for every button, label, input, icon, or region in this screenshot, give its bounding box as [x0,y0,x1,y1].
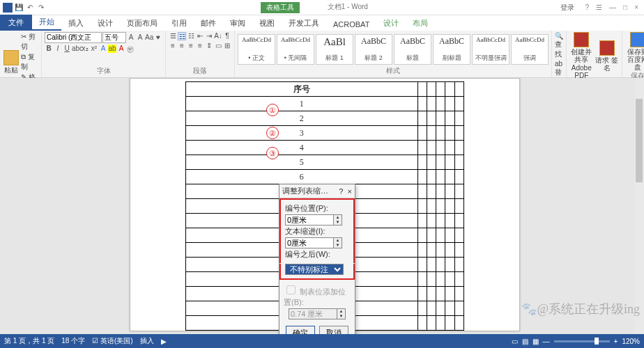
page-count[interactable]: 第 1 页，共 1 页 [4,336,54,346]
table-cell[interactable] [445,301,454,316]
styles-gallery[interactable]: AaBbCcDd• 正文AaBbCcDd• 无间隔AaBl标题 1AaBbC标题… [238,34,549,65]
table-cell[interactable] [454,111,463,126]
table-cell[interactable] [417,316,427,331]
align-center-icon[interactable]: ≡ [178,42,186,50]
find-button[interactable]: 🔍 查找 [555,32,563,59]
font-size-select[interactable] [102,32,126,43]
table-cell[interactable] [417,199,427,214]
highlight-icon[interactable]: ab [108,45,116,53]
table-cell[interactable] [417,228,427,243]
multilevel-icon[interactable]: ☷ [187,32,195,40]
shrink-font-icon[interactable]: A [136,33,144,42]
table-cell[interactable] [445,184,454,199]
table-cell[interactable] [417,287,427,301]
style-card[interactable]: AaBbCcDd不明显强调 [472,34,509,65]
table-cell[interactable] [427,170,436,184]
document-area[interactable]: 序号12345678910111213141516 ① ② ③ 调整列表缩… ?… [0,78,644,334]
tab-view[interactable]: 视图 [252,16,282,31]
justify-icon[interactable]: ≡ [196,42,204,50]
view-web-icon[interactable]: ▦ [532,338,539,345]
cut-button[interactable]: ✂ 剪切 [21,32,38,52]
table-cell[interactable] [436,258,445,272]
table-cell[interactable] [427,141,436,155]
table-cell[interactable] [445,199,454,214]
table-cell[interactable] [417,111,427,126]
spin-up-icon[interactable]: ▲ [334,215,342,220]
align-right-icon[interactable]: ≡ [187,42,195,50]
tab-layout[interactable]: 页面布局 [120,16,164,31]
table-cell[interactable] [436,126,445,141]
style-card[interactable]: AaBbC副标题 [433,34,470,65]
close-icon[interactable]: × [634,3,638,11]
table-cell[interactable] [427,199,436,214]
tab-review[interactable]: 审阅 [223,16,252,31]
enclose-icon[interactable]: ㊥ [126,45,135,53]
table-cell[interactable]: 1 [186,97,418,111]
show-marks-icon[interactable]: ¶ [223,32,231,40]
table-cell[interactable]: 2 [186,111,418,126]
bold-icon[interactable]: B [45,45,53,53]
borders-icon[interactable]: ⊞ [223,42,231,50]
table-cell[interactable] [417,272,427,287]
tab-developer[interactable]: 开发工具 [282,16,326,31]
macro-icon[interactable]: ▶ [161,338,167,345]
table-cell[interactable] [454,141,463,155]
table-cell[interactable] [445,126,454,141]
table-cell[interactable] [445,214,454,228]
insert-mode[interactable]: 插入 [140,336,154,346]
number-position-input[interactable] [285,214,334,226]
spin-down-icon[interactable]: ▼ [334,243,342,248]
table-cell[interactable] [427,272,436,287]
table-cell[interactable] [436,214,445,228]
table-cell[interactable] [436,111,445,126]
dialog-help-icon[interactable]: ? [339,187,343,196]
table-cell[interactable] [454,272,463,287]
style-card[interactable]: AaBbC标题 2 [355,34,392,65]
table-cell[interactable] [427,301,436,316]
save-baidu-button[interactable]: 保存到 百度网盘 [625,32,644,71]
table-cell[interactable] [427,111,436,126]
view-read-icon[interactable]: ▭ [512,338,518,345]
table-cell[interactable] [417,170,427,184]
table-cell[interactable] [417,126,427,141]
italic-icon[interactable]: I [54,45,62,53]
table-cell[interactable] [417,155,427,170]
bullets-icon[interactable]: ☰ [169,32,177,40]
superscript-icon[interactable]: x² [90,45,98,53]
table-cell[interactable] [417,258,427,272]
zoom-level[interactable]: 120% [622,338,640,345]
table-cell[interactable] [427,214,436,228]
save-icon[interactable]: 💾 [14,3,24,13]
tab-design[interactable]: 设计 [91,16,120,31]
tab-file[interactable]: 文件 [0,15,32,31]
table-cell[interactable] [445,287,454,301]
table-cell[interactable] [445,111,454,126]
table-cell[interactable] [436,301,445,316]
undo-icon[interactable]: ↶ [25,3,35,13]
table-cell[interactable] [427,82,436,97]
font-color-icon[interactable]: A [117,45,125,53]
table-cell[interactable] [417,214,427,228]
ribbon-options-icon[interactable]: ☰ [596,3,602,11]
style-card[interactable]: AaBbCcDd强调 [511,34,549,65]
style-card[interactable]: AaBbCcDd• 正文 [238,34,275,65]
shading-icon[interactable]: ▭ [214,42,222,50]
text-effects-icon[interactable]: A [99,45,107,53]
table-cell[interactable] [427,97,436,111]
copy-button[interactable]: ⧉ 复制 [21,52,38,72]
table-cell[interactable] [445,228,454,243]
dec-indent-icon[interactable]: ⇤ [196,32,204,40]
view-print-icon[interactable]: ▤ [522,338,528,345]
table-cell[interactable] [436,155,445,170]
font-name-select[interactable] [45,32,102,43]
table-cell[interactable] [436,97,445,111]
zoom-slider[interactable] [554,340,610,342]
table-cell[interactable] [427,287,436,301]
acrobat-create-button[interactable]: 创建并共享Adobe PDF [569,32,594,79]
table-cell[interactable] [436,228,445,243]
table-cell[interactable] [417,82,427,97]
table-cell[interactable] [417,97,427,111]
subscript-icon[interactable]: x₂ [81,45,89,53]
spin-down-icon[interactable]: ▼ [334,220,342,225]
table-cell[interactable] [454,214,463,228]
